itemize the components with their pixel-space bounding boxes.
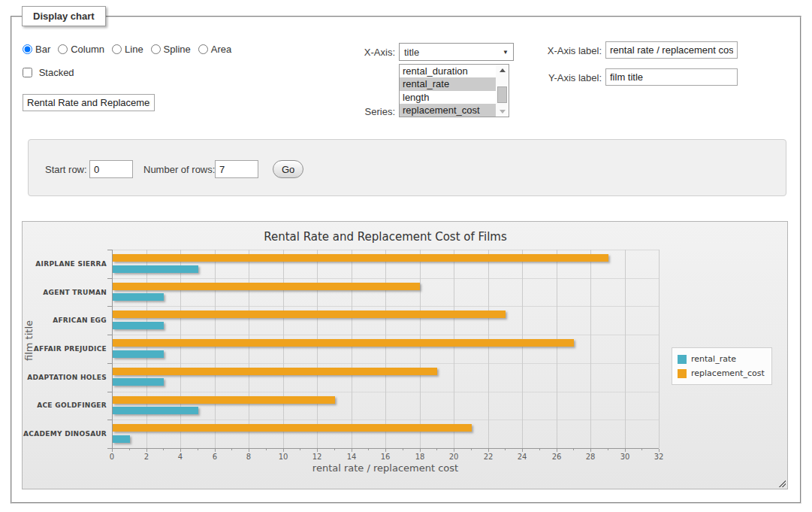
- legend-swatch-icon: [678, 369, 687, 378]
- chart-title-input[interactable]: [23, 94, 155, 111]
- x-tick-mark: [522, 449, 523, 452]
- bar-replacement_cost-airplane-sierra: [113, 254, 608, 262]
- start-row-input[interactable]: [89, 160, 133, 178]
- scroll-down-button[interactable]: [496, 106, 509, 117]
- x-tick-mark: [454, 449, 454, 452]
- x-tick-mark: [283, 449, 284, 452]
- x-tick-mark: [590, 449, 591, 452]
- bar-replacement_cost-adaptation-holes: [113, 368, 437, 375]
- x-tick-label: 10: [268, 453, 298, 461]
- chart-type-option-label: Bar: [35, 44, 50, 55]
- x-tick-mark: [215, 449, 216, 452]
- series-option-rental_rate[interactable]: rental_rate: [400, 77, 496, 90]
- grid-line-vertical: [420, 250, 421, 448]
- bar-replacement_cost-agent-truman: [113, 283, 420, 290]
- y-tick-mark: [107, 278, 112, 279]
- bar-replacement_cost-ace-goldfinger: [113, 396, 335, 404]
- resize-handle-icon[interactable]: [777, 479, 786, 487]
- grid-line-vertical: [249, 250, 249, 448]
- x-tick-mark: [249, 449, 249, 452]
- y-axis-title: film title: [23, 295, 35, 386]
- x-tick-mark: [266, 449, 267, 450]
- y-tick-mark: [107, 306, 112, 307]
- legend-item-replacement_cost[interactable]: replacement_cost: [678, 366, 765, 380]
- chart-type-option-label: Column: [71, 44, 104, 55]
- scroll-down-icon: [500, 110, 506, 114]
- x-tick-mark: [436, 449, 437, 450]
- chart-type-option-area[interactable]: Area: [198, 44, 231, 55]
- scroll-up-button[interactable]: [496, 65, 509, 75]
- x-tick-mark: [557, 449, 557, 452]
- chart-type-option-label: Line: [125, 44, 143, 55]
- grid-line-vertical: [385, 250, 386, 448]
- x-tick-mark: [420, 449, 421, 452]
- number-of-rows-input[interactable]: [215, 160, 258, 178]
- x-axis-select[interactable]: title ▼: [399, 43, 514, 61]
- x-tick-label: 6: [200, 453, 230, 461]
- x-tick-label: 2: [131, 453, 161, 461]
- y-tick-mark: [107, 363, 112, 364]
- legend-item-rental_rate[interactable]: rental_rate: [678, 352, 765, 366]
- series-option-rental_duration[interactable]: rental_duration: [400, 65, 496, 77]
- chart-type-radios: BarColumnLineSplineArea: [23, 44, 239, 55]
- x-axis-select-label: X-Axis:: [342, 47, 395, 58]
- chart-type-option-bar[interactable]: Bar: [23, 44, 50, 55]
- y-axis-label-input[interactable]: [605, 68, 738, 86]
- series-scrollbar[interactable]: [496, 65, 509, 117]
- chart-type-option-line[interactable]: Line: [112, 44, 143, 55]
- x-tick-label: 18: [405, 453, 435, 461]
- x-tick-mark: [608, 449, 608, 450]
- chart-type-option-spline[interactable]: Spline: [151, 44, 191, 55]
- category-label: AIRPLANE SIERRA: [23, 260, 107, 268]
- bar-replacement_cost-affair-prejudice: [113, 339, 574, 347]
- chart-type-radio-bar[interactable]: [23, 44, 32, 54]
- x-tick-label: 14: [337, 453, 367, 461]
- y-axis-line: [112, 250, 113, 449]
- number-of-rows-label: Number of rows:: [143, 164, 215, 175]
- grid-line-vertical: [146, 250, 147, 448]
- x-tick-label: 30: [610, 453, 640, 461]
- x-tick-mark: [573, 449, 574, 450]
- chart-type-radio-spline[interactable]: [151, 44, 161, 54]
- x-tick-label: 28: [575, 453, 605, 461]
- chart-type-option-column[interactable]: Column: [58, 44, 104, 55]
- scrollbar-thumb[interactable]: [497, 86, 507, 103]
- go-button[interactable]: Go: [273, 160, 303, 178]
- scroll-up-icon: [500, 68, 506, 72]
- x-tick-mark: [403, 449, 403, 450]
- x-tick-mark: [300, 449, 300, 450]
- series-option-replacement_cost[interactable]: replacement_cost: [400, 104, 496, 117]
- chart-type-option-label: Area: [211, 44, 231, 55]
- bar-rental_rate-academy-dinosaur: [113, 435, 130, 443]
- stacked-checkbox[interactable]: [23, 68, 32, 77]
- chart-type-radio-line[interactable]: [112, 44, 122, 54]
- x-tick-mark: [539, 449, 540, 450]
- legend-item-label: replacement_cost: [691, 368, 765, 378]
- stacked-label: Stacked: [39, 67, 74, 78]
- series-option-length[interactable]: length: [400, 91, 496, 104]
- x-tick-mark: [641, 449, 642, 450]
- y-tick-mark: [107, 420, 112, 420]
- x-tick-label: 12: [302, 453, 332, 461]
- x-tick-label: 0: [97, 453, 127, 461]
- series-listbox[interactable]: rental_durationrental_ratelengthreplacem…: [399, 64, 509, 117]
- category-label: ACE GOLDFINGER: [23, 401, 107, 409]
- x-tick-label: 16: [370, 453, 400, 461]
- x-tick-mark: [659, 449, 660, 452]
- legend-swatch-icon: [678, 355, 687, 364]
- y-axis-label-field-label: Y-Axis label:: [538, 72, 602, 83]
- x-tick-label: 26: [542, 453, 572, 461]
- chart-type-radio-area[interactable]: [198, 44, 208, 54]
- x-axis-label-input[interactable]: [605, 41, 738, 59]
- bar-rental_rate-agent-truman: [113, 293, 164, 301]
- grid-line-vertical: [317, 250, 318, 448]
- x-tick-mark: [180, 449, 181, 452]
- bar-rental_rate-adaptation-holes: [113, 378, 164, 386]
- x-tick-mark: [625, 449, 626, 452]
- bar-rental_rate-ace-goldfinger: [113, 407, 198, 414]
- x-tick-mark: [471, 449, 472, 450]
- chart-type-radio-column[interactable]: [58, 44, 68, 54]
- x-tick-mark: [129, 449, 130, 450]
- x-tick-mark: [488, 449, 489, 452]
- stacked-checkbox-row[interactable]: Stacked: [23, 67, 74, 78]
